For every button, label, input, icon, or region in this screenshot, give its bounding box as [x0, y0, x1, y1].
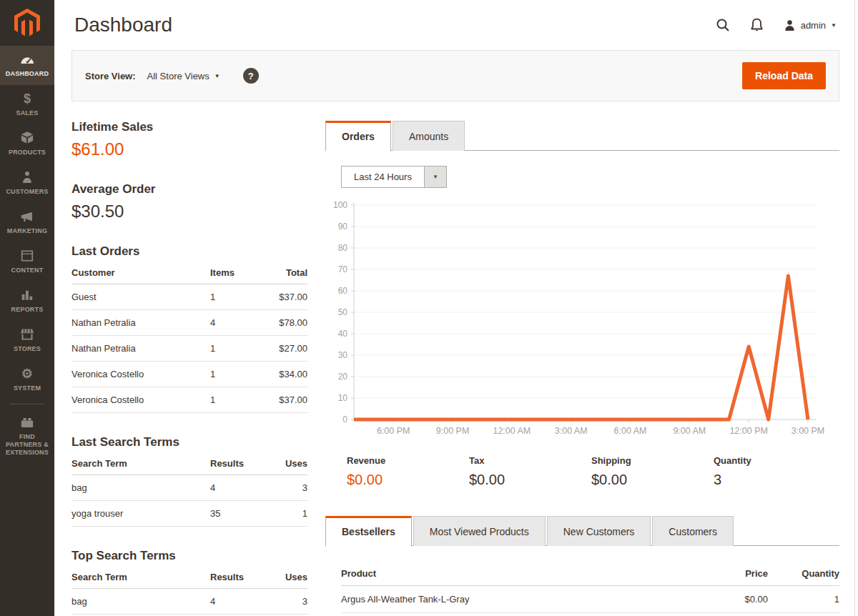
sidebar-item-sales[interactable]: $ SALES [0, 85, 54, 124]
content-layout-icon [2, 249, 52, 264]
tab-amounts[interactable]: Amounts [393, 121, 465, 151]
table-row[interactable]: Veronica Costello1$34.00 [72, 362, 307, 387]
reports-barchart-icon [2, 288, 52, 304]
column-header: Uses [259, 451, 307, 475]
table-row[interactable]: Veronica Costello1$37.00 [72, 387, 307, 413]
quantity-total: Quantity 3 [714, 455, 836, 488]
table-row[interactable]: Nathan Petralia1$27.00 [72, 336, 307, 362]
cell-results: 4 [210, 589, 259, 615]
sidebar-item-customers[interactable]: CUSTOMERS [0, 164, 54, 203]
cell-customer: Veronica Costello [72, 387, 210, 413]
table-row[interactable]: Argus All-Weather Tank-L-Gray $0.00 1 [341, 586, 839, 613]
magento-logo-icon [13, 7, 41, 39]
period-select[interactable]: Last 24 Hours ▼ [341, 166, 447, 188]
cell-items: 1 [210, 336, 259, 362]
svg-text:9:00 AM: 9:00 AM [673, 426, 706, 436]
products-box-icon [2, 131, 52, 146]
table-row[interactable]: yoga trouser351 [72, 501, 307, 527]
cell-total: $34.00 [259, 362, 307, 387]
cell-customer: Nathan Petralia [72, 310, 210, 336]
user-menu[interactable]: admin ▼ [784, 19, 837, 31]
sidebar-item-label: SALES [16, 109, 38, 116]
sidebar-item-label: CONTENT [11, 267, 44, 274]
customers-person-icon [2, 170, 52, 186]
last-orders-table: Customer Items Total Guest1$37.00 Nathan… [72, 260, 307, 413]
reload-data-button[interactable]: Reload Data [742, 62, 826, 89]
sidebar-item-marketing[interactable]: MARKETING [0, 203, 54, 242]
help-icon[interactable]: ? [243, 68, 259, 84]
sidebar-item-content[interactable]: CONTENT [0, 242, 54, 282]
table-row[interactable]: Nathan Petralia4$78.00 [72, 310, 307, 336]
column-header: Quantity [768, 561, 839, 586]
svg-text:9:00 PM: 9:00 PM [436, 426, 470, 436]
search-icon[interactable] [716, 18, 730, 32]
last-search-terms-title: Last Search Terms [72, 435, 307, 449]
svg-text:70: 70 [338, 264, 348, 274]
user-avatar-icon [784, 19, 796, 31]
top-header: Dashboard admin ▼ [54, 0, 858, 50]
average-order-title: Average Order [72, 182, 307, 197]
table-row[interactable]: bag43 [72, 589, 307, 615]
store-view-label: Store View: [85, 71, 136, 81]
dashboard-gauge-icon [2, 52, 52, 68]
main-area: Dashboard admin ▼ Store View: All Store … [54, 0, 858, 616]
period-select-value: Last 24 Hours [342, 167, 424, 187]
svg-text:0: 0 [342, 414, 347, 424]
sidebar-item-system[interactable]: ⚙ SYSTEM [0, 360, 54, 399]
magento-logo[interactable] [0, 0, 54, 46]
column-header: Items [210, 260, 259, 284]
sales-dollar-icon: $ [2, 91, 52, 107]
extensions-brick-icon [2, 415, 52, 431]
notifications-bell-icon[interactable] [750, 18, 764, 32]
svg-text:80: 80 [338, 243, 348, 253]
svg-text:12:00 AM: 12:00 AM [493, 426, 531, 436]
revenue-label: Revenue [347, 455, 469, 466]
tax-total: Tax $0.00 [469, 455, 591, 488]
svg-text:3:00 PM: 3:00 PM [792, 426, 825, 436]
chevron-down-icon: ▼ [214, 73, 220, 79]
last-orders-title: Last Orders [72, 244, 307, 259]
shipping-total: Shipping $0.00 [591, 455, 714, 488]
store-view-switcher[interactable]: All Store Views ▼ [147, 71, 220, 81]
cell-price: $0.00 [682, 586, 768, 613]
chevron-down-icon: ▼ [424, 167, 446, 187]
sidebar-item-find-partners-extensions[interactable]: FIND PARTNERS & EXTENSIONS [0, 409, 54, 464]
tab-orders[interactable]: Orders [325, 121, 391, 151]
sidebar-item-label: STORES [14, 345, 41, 352]
svg-text:30: 30 [338, 350, 348, 360]
right-column: Orders Amounts Last 24 Hours ▼ 010203040… [325, 120, 839, 616]
average-order-stat: Average Order $30.50 [72, 182, 307, 222]
sidebar-item-label: REPORTS [11, 306, 44, 313]
dashboard-columns: Lifetime Sales $61.00 Average Order $30.… [54, 101, 858, 616]
sidebar-item-label: PRODUCTS [9, 149, 46, 156]
tab-bestsellers[interactable]: Bestsellers [325, 516, 412, 547]
column-header: Search Term [72, 565, 210, 589]
sidebar-item-reports[interactable]: REPORTS [0, 282, 54, 321]
sidebar-item-label: FIND PARTNERS & EXTENSIONS [6, 433, 49, 456]
column-header: Results [210, 451, 259, 475]
table-row[interactable]: Guest1$37.00 [72, 284, 307, 310]
table-row[interactable]: bag43 [72, 475, 307, 501]
svg-text:6:00 PM: 6:00 PM [377, 426, 410, 436]
orders-amounts-tabs: Orders Amounts [325, 120, 839, 151]
sidebar-item-products[interactable]: PRODUCTS [0, 124, 54, 164]
tab-customers[interactable]: Customers [652, 516, 734, 546]
svg-text:12:00 PM: 12:00 PM [729, 426, 768, 436]
average-order-value: $30.50 [72, 202, 307, 222]
sidebar-item-stores[interactable]: STORES [0, 321, 54, 360]
store-view-bar: Store View: All Store Views ▼ ? Reload D… [72, 50, 839, 101]
cell-uses: 3 [259, 475, 307, 501]
cell-term: yoga trouser [72, 501, 210, 527]
cell-customer: Veronica Costello [72, 362, 210, 387]
tab-new-customers[interactable]: New Customers [547, 516, 651, 546]
sidebar-item-dashboard[interactable]: DASHBOARD [0, 46, 54, 85]
column-header: Results [210, 565, 259, 589]
svg-text:100: 100 [333, 200, 347, 210]
sidebar-item-label: CUSTOMERS [6, 188, 48, 195]
tax-label: Tax [469, 455, 591, 466]
admin-sidebar: DASHBOARD $ SALES PRODUCTS CUSTOMERS [0, 0, 54, 616]
shipping-value: $0.00 [591, 472, 714, 488]
column-header: Price [682, 561, 768, 586]
tab-most-viewed-products[interactable]: Most Viewed Products [413, 516, 546, 546]
sidebar-item-label: MARKETING [7, 227, 47, 234]
